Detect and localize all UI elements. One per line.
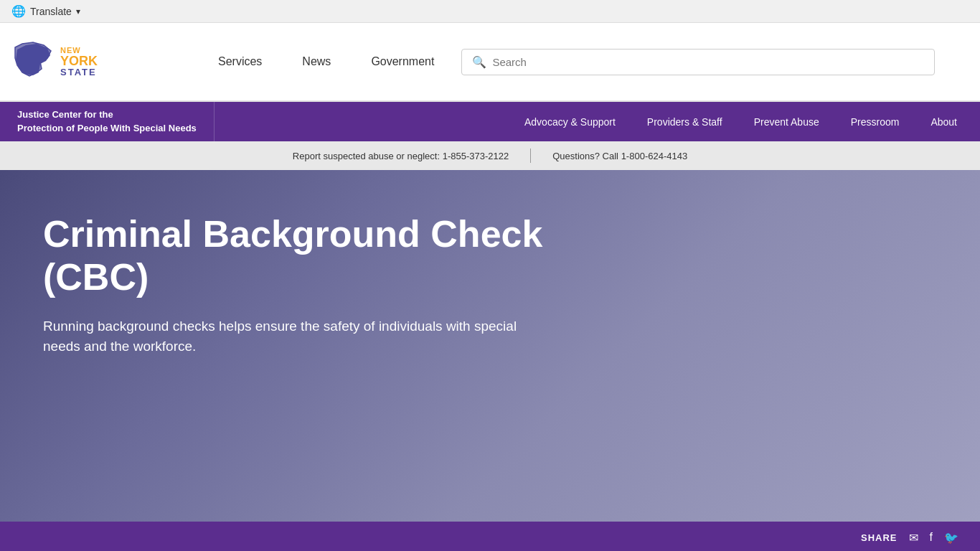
nav-services[interactable]: Services	[198, 55, 282, 68]
nav-pressroom[interactable]: Pressroom	[835, 102, 915, 141]
translate-label[interactable]: Translate	[30, 6, 72, 17]
hero-section: Criminal Background Check (CBC) Running …	[0, 170, 980, 522]
abuse-report-phone[interactable]: 1-855-373-2122	[443, 151, 509, 161]
chevron-down-icon[interactable]: ▾	[76, 6, 80, 17]
ny-state: STATE	[60, 67, 98, 77]
nav-government[interactable]: Government	[351, 55, 454, 68]
search-icon: 🔍	[472, 55, 486, 69]
search-box[interactable]: 🔍	[461, 49, 935, 75]
top-nav-area: Services News Government 🔍	[184, 49, 980, 75]
top-bar: 🌐 Translate ▾	[0, 0, 980, 23]
purple-nav-bar: Justice Center for the Protection of Peo…	[0, 102, 980, 141]
nav-advocacy-support[interactable]: Advocacy & Support	[509, 102, 631, 141]
facebook-share-icon[interactable]: f	[930, 531, 933, 544]
logo-area: NEW YORK STATE	[11, 37, 184, 87]
purple-nav-links: Advocacy & Support Providers & Staff Pre…	[215, 102, 980, 141]
hero-subtitle: Running background checks helps ensure t…	[43, 316, 531, 357]
hero-title-line2: (CBC)	[43, 256, 149, 298]
hero-title: Criminal Background Check (CBC)	[43, 213, 542, 299]
nav-about[interactable]: About	[915, 102, 973, 141]
ny-logo[interactable]: NEW YORK STATE	[11, 37, 98, 87]
ny-york: YORK	[60, 55, 98, 67]
ny-state-map-icon	[11, 37, 55, 87]
share-label: SHARE	[861, 532, 897, 543]
ny-state-text: NEW YORK STATE	[60, 46, 98, 77]
nav-news[interactable]: News	[282, 55, 351, 68]
email-share-icon[interactable]: ✉	[909, 531, 918, 545]
info-bar-divider	[530, 149, 531, 163]
nav-providers-staff[interactable]: Providers & Staff	[631, 102, 738, 141]
twitter-share-icon[interactable]: 🐦	[944, 531, 958, 545]
hero-title-line1: Criminal Background Check	[43, 213, 542, 255]
agency-line1: Justice Center for the	[17, 108, 197, 121]
main-header: NEW YORK STATE Services News Government …	[0, 23, 980, 102]
agency-line2: Protection of People With Special Needs	[17, 122, 197, 135]
nav-prevent-abuse[interactable]: Prevent Abuse	[738, 102, 835, 141]
info-bar: Report suspected abuse or neglect: 1-855…	[0, 141, 980, 170]
globe-icon: 🌐	[11, 4, 26, 18]
agency-title: Justice Center for the Protection of Peo…	[0, 102, 215, 141]
questions-label: Questions? Call 1-800-624-4143	[552, 151, 687, 161]
questions-phone[interactable]: 1-800-624-4143	[621, 151, 688, 161]
footer-bar: SHARE ✉ f 🐦	[0, 522, 980, 551]
abuse-report-label: Report suspected abuse or neglect: 1-855…	[293, 151, 509, 161]
search-input[interactable]	[492, 56, 924, 68]
hero-content: Criminal Background Check (CBC) Running …	[43, 213, 542, 357]
